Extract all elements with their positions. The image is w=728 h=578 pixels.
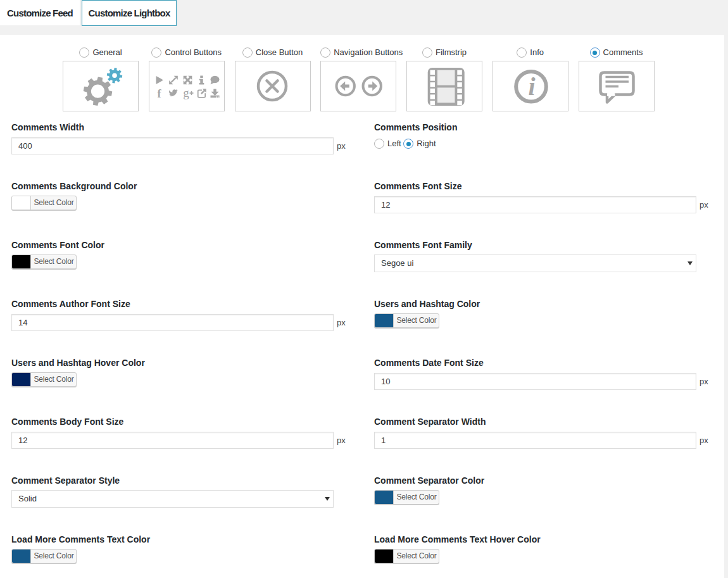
svg-text:f: f — [157, 87, 161, 100]
svg-text:i: i — [528, 72, 535, 101]
svg-text:g: g — [183, 86, 189, 99]
